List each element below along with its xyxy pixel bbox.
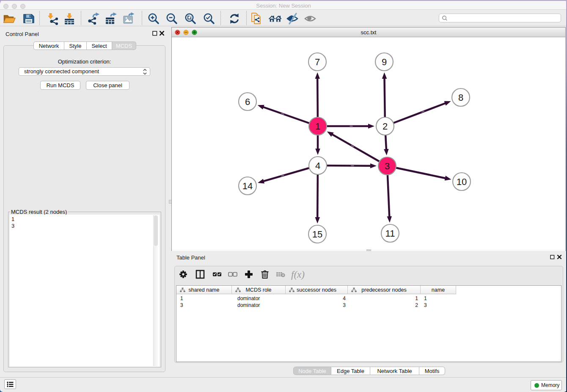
svg-text:9: 9	[382, 57, 387, 67]
svg-text:1: 1	[315, 121, 320, 132]
svg-text:15: 15	[312, 229, 322, 240]
svg-text:4: 4	[315, 160, 320, 171]
svg-text:2: 2	[383, 121, 388, 132]
svg-text:11: 11	[385, 228, 395, 239]
svg-text:7: 7	[315, 57, 320, 67]
svg-text:14: 14	[242, 181, 253, 191]
svg-text:f(x): f(x)	[291, 269, 305, 280]
svg-text:10: 10	[457, 177, 467, 187]
svg-text:6: 6	[245, 97, 250, 107]
svg-text:3: 3	[385, 161, 390, 171]
svg-text:8: 8	[458, 92, 463, 103]
